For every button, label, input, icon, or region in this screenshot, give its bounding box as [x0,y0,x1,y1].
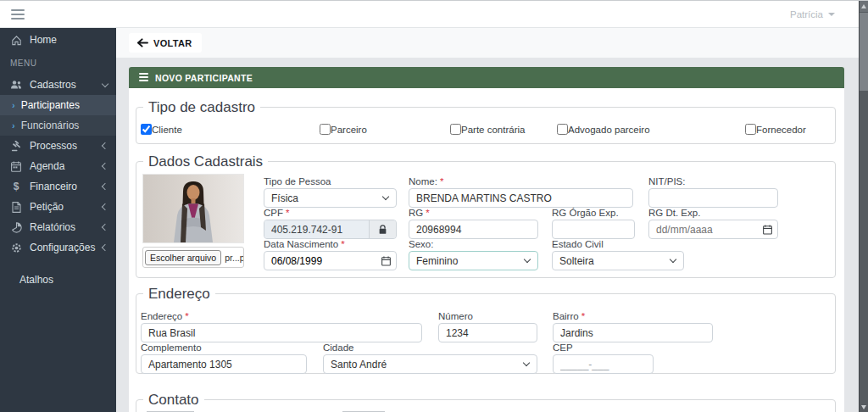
chevron-down-icon [523,359,530,366]
cep-input[interactable] [553,354,654,374]
estado-civil-select[interactable]: Solteira [552,251,684,270]
sidebar-item-label: Atalhos [19,274,53,286]
sidebar-item-participantes[interactable]: › Participantes [0,95,116,115]
fieldset-legend: Dados Cadastrais [143,153,268,170]
data-nascimento-date-input[interactable] [264,251,397,270]
chevron-right-icon: › [12,100,15,110]
bairro-label: Bairro* [553,311,713,323]
user-name: Patrícia [790,9,823,19]
rg-orgao-exp-label: RG Órgão Exp. [552,208,635,220]
calendar-icon[interactable] [376,256,396,266]
gavel-icon [10,140,22,152]
sidebar-item-configuracoes[interactable]: Configurações [0,237,116,258]
complemento-label: Complemento [141,342,307,354]
sidebar-item-label: Relatórios [30,221,75,233]
list-icon [139,73,148,83]
users-icon [10,79,22,91]
rg-label: RG* [409,208,538,220]
checkbox-fornecedor[interactable]: Fornecedor [745,124,806,135]
topbar: Patrícia [0,1,859,28]
rg-dt-exp-date-input[interactable] [648,220,778,239]
sidebar-item-agenda[interactable]: Agenda [0,156,116,176]
sidebar-item-home[interactable]: Home [0,30,116,50]
new-participant-panel: NOVO PARTICIPANTE Tipo de cadastro Clien… [129,67,844,412]
cpf-input[interactable] [264,220,369,238]
panel-title: NOVO PARTICIPANTE [155,73,253,83]
photo-file-input[interactable]: Escolher arquivo pr...pg [142,247,244,268]
sexo-label: Sexo: [409,239,538,251]
document-icon [10,201,22,213]
main-content: VOLTAR NOVO PARTICIPANTE Tipo de cadastr… [116,28,859,412]
pie-chart-icon [10,221,22,233]
rg-orgao-exp-input[interactable] [552,220,635,239]
chevron-down-icon [670,256,676,263]
nome-input[interactable] [409,188,633,208]
menu-toggle-icon[interactable] [11,9,25,19]
sidebar-section-label: MENU [0,50,116,75]
numero-input[interactable] [438,323,537,342]
numero-label: Número [438,311,537,323]
fieldset-tipo-de-cadastro: Tipo de cadastro Cliente Parceiro Parte … [136,107,836,144]
chevron-down-icon [102,80,108,86]
sidebar-subitem-label: Funcionários [21,120,80,131]
fieldset-legend: Endereço [143,286,215,303]
arrow-left-icon [136,38,148,47]
sidebar-item-label: Processos [30,140,77,152]
sexo-select[interactable]: Feminino [409,251,538,270]
checkbox-parte-contraria[interactable]: Parte contrária [450,124,525,135]
cidade-select[interactable]: Santo André [323,354,537,374]
chevron-left-icon [102,203,108,210]
user-menu[interactable]: Patrícia [790,1,835,28]
scroll-down-button[interactable] [860,402,868,412]
tipo-pessoa-label: Tipo de Pessoa [264,176,397,188]
checkbox-cliente[interactable]: Cliente [141,124,182,135]
chevron-left-icon [102,163,108,170]
sidebar: Home MENU Cadastros › Participantes › Fu… [0,28,116,412]
app-window: Patrícia Home MENU Cadastros › Participa… [0,0,868,412]
vertical-scrollbar[interactable] [859,1,868,412]
estado-civil-label: Estado Civil [552,239,684,251]
sidebar-item-funcionarios[interactable]: › Funcionários [0,115,116,136]
cpf-input-group [264,220,397,239]
checkbox-advogado-parceiro[interactable]: Advogado parceiro [557,124,650,135]
toolbar: VOLTAR [116,28,859,58]
fieldset-endereco: Endereço Endereço* Número Bairro* C [136,293,836,374]
choose-file-button[interactable]: Escolher arquivo [145,250,221,265]
chevron-left-icon [102,224,108,231]
checkbox-parceiro[interactable]: Parceiro [320,124,367,135]
sidebar-item-atalhos[interactable]: Atalhos [0,270,116,290]
fieldset-legend: Tipo de cadastro [143,99,260,116]
panel-header: NOVO PARTICIPANTE [129,67,844,88]
nit-pis-label: NIT/PIS: [648,176,778,188]
sidebar-item-label: Home [30,34,57,46]
sidebar-item-peticao[interactable]: Petição [0,197,116,217]
sidebar-item-label: Financeiro [30,181,77,192]
sidebar-item-relatorios[interactable]: Relatórios [0,217,116,237]
bairro-input[interactable] [553,323,713,342]
chevron-down-icon [828,13,835,16]
fieldset-contato: Contato [136,399,836,412]
scroll-up-button[interactable] [860,1,868,12]
sidebar-item-label: Agenda [30,160,64,172]
sidebar-item-processos[interactable]: Processos [0,136,116,156]
sidebar-item-financeiro[interactable]: $ Financeiro [0,176,116,197]
endereco-input[interactable] [141,323,422,342]
calendar-icon [10,160,22,172]
calendar-icon[interactable] [757,225,777,235]
back-button[interactable]: VOLTAR [129,33,202,53]
nit-pis-input[interactable] [648,188,778,208]
tipo-pessoa-select[interactable]: Física [264,188,397,208]
sidebar-item-cadastros[interactable]: Cadastros [0,75,116,95]
endereco-label: Endereço* [141,311,422,323]
home-icon [10,34,22,46]
sidebar-item-label: Cadastros [30,79,76,91]
complemento-input[interactable] [141,354,307,374]
fieldset-legend: Contato [143,392,204,409]
scrollbar-thumb[interactable] [860,13,868,91]
chevron-left-icon [102,244,108,251]
chevron-left-icon [102,183,108,190]
nome-label: Nome:* [409,176,633,188]
sidebar-subitem-label: Participantes [21,99,80,111]
rg-input[interactable] [409,220,538,239]
cpf-label: CPF* [264,208,397,220]
